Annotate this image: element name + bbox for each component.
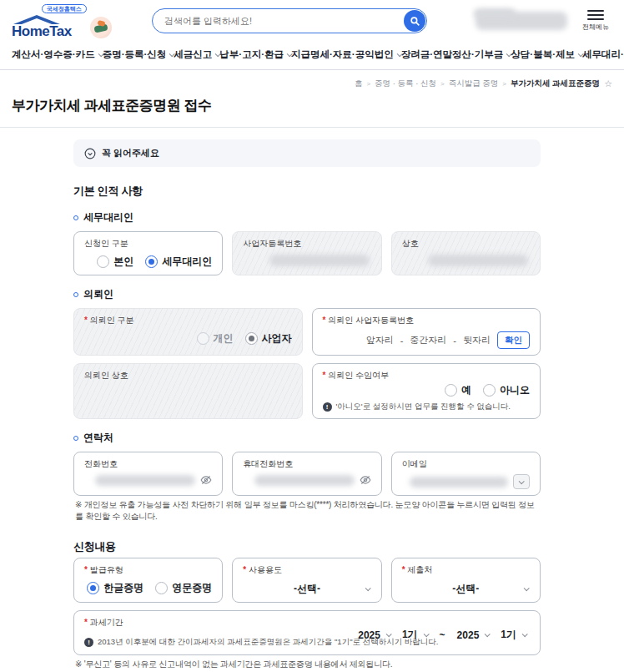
radio-business: 사업자 (245, 331, 292, 346)
email-masked-value (410, 477, 508, 488)
applicant-type-box: 신청인 구분 본인 세무대리인 (73, 231, 223, 275)
search-icon (410, 16, 420, 27)
bizno-front-input[interactable]: 앞자리 (366, 334, 394, 346)
radio-individual: 개인 (197, 331, 234, 346)
client-accept-label: 의뢰인 수임여부 (323, 370, 531, 381)
must-read-label: 꼭 읽어주세요 (102, 147, 159, 159)
tax-period-box: 과세기간 2025 1기 ~ 2025 1기 ! 2013년 이후분에 대한 간… (73, 610, 541, 655)
submit-to-select[interactable]: -선택- (402, 582, 530, 596)
agent-name-masked-value (428, 255, 528, 266)
main-nav: 계산서·영수증·카드 증명·등록·신청 세금신고 납부·고지·환급 지급명세·자… (0, 42, 624, 70)
accept-info-text: '아니오'로 설정하시면 업무를 진행할 수 없습니다. (336, 402, 511, 412)
bullet-icon (73, 292, 78, 297)
radio-english-cert[interactable]: 영문증명 (155, 581, 212, 595)
subsection-contact: 연락처 (73, 431, 541, 445)
email-box: 이메일 (391, 452, 541, 496)
radio-tax-agent[interactable]: 세무대리인 (145, 255, 212, 269)
phone-masked-value (95, 475, 195, 486)
chevron-down-icon (524, 585, 530, 591)
breadcrumb-current: 부가가치세 과세표준증명 (511, 78, 600, 89)
form-content: 꼭 읽어주세요 기본 인적 사항 세무대리인 신청인 구분 본인 세무대리인 사… (73, 139, 541, 672)
breadcrumb-instant-issue[interactable]: 즉시발급 증명 (449, 78, 499, 89)
agent-bizno-masked-value (269, 255, 370, 266)
radio-icon (483, 384, 496, 397)
agent-name-label: 상호 (402, 238, 530, 250)
search-input[interactable] (152, 8, 427, 33)
chevron-down-icon (522, 631, 528, 637)
period-tilde: ~ (440, 629, 445, 641)
submit-to-box: 제출처 -선택- (391, 558, 541, 603)
nav-item-payment[interactable]: 납부·고지·환급 (219, 48, 291, 61)
search-bar (152, 8, 427, 33)
tax-period-info-text: 2013년 이후분에 대한 간이과세자의 과세표준증명원은 과세기간을 "1기"… (98, 637, 438, 648)
phone-eye-toggle[interactable] (200, 474, 212, 486)
nav-item-statements[interactable]: 지급명세·자료·공익법인 (291, 48, 401, 61)
all-menu-label: 전체메뉴 (582, 23, 609, 32)
favorite-star-icon[interactable]: ☆ (604, 78, 612, 89)
bizno-middle-input[interactable]: 중간자리 (410, 334, 446, 346)
breadcrumb-certificates[interactable]: 증명 · 등록 · 신청 (375, 78, 436, 89)
title-row: 부가가치세 과세표준증명원 접수 (0, 91, 624, 128)
roof-icon (12, 14, 77, 24)
radio-icon (155, 582, 168, 594)
period-to-term-select[interactable]: 1기 (501, 628, 526, 642)
no-report-note: ※ '무신고' 등의 사유로 신고내역이 없는 과세기간은 과세표준증명 내용에… (75, 659, 541, 670)
logo-text: HomeTax (12, 24, 72, 38)
email-domain-select[interactable] (513, 474, 530, 489)
breadcrumb-home[interactable]: 홈 (355, 78, 363, 89)
nav-item-consultation[interactable]: 상담·불복·제보 (511, 48, 582, 61)
nav-item-invoice[interactable]: 계산서·영수증·카드 (12, 48, 103, 61)
mascot-icon (90, 17, 112, 38)
bizno-confirm-button[interactable]: 확인 (497, 331, 530, 349)
circle-chevron-icon (84, 148, 96, 159)
chevron-down-icon (485, 631, 491, 637)
usage-box: 사용용도 -선택- (232, 558, 381, 603)
hometax-logo[interactable]: 국세청홈택스 HomeTax (12, 4, 112, 38)
breadcrumb: 홈 > 증명 · 등록 · 신청 > 즉시발급 증명 > 부가가치세 과세표준증… (0, 70, 624, 91)
nav-item-incentives[interactable]: 장려금·연말정산·기부금 (401, 48, 511, 61)
issue-type-box: 발급유형 한글증명 영문증명 (73, 558, 223, 603)
client-bizno-box: 의뢰인 사업자등록번호 앞자리 - 중간자리 - 뒷자리 확인 (312, 308, 541, 356)
usage-select[interactable]: -선택- (243, 582, 370, 596)
mobile-label: 휴대전화번호 (243, 458, 370, 470)
hamburger-icon (587, 10, 604, 20)
nav-item-certificates[interactable]: 증명·등록·신청 (103, 48, 174, 61)
subsection-client: 의뢰인 (73, 287, 541, 301)
all-menu-button[interactable]: 전체메뉴 (582, 10, 612, 32)
client-bizno-label: 의뢰인 사업자등록번호 (323, 315, 531, 326)
chevron-down-icon (365, 585, 370, 591)
eye-slash-icon (360, 474, 371, 486)
radio-korean-cert[interactable]: 한글증명 (87, 581, 143, 595)
radio-icon (445, 384, 457, 397)
mobile-masked-value (254, 475, 355, 486)
client-accept-box: 의뢰인 수임여부 예 아니오 ! '아니오'로 설정하시면 업무를 진행할 수 … (312, 363, 541, 419)
mobile-eye-toggle[interactable] (360, 474, 371, 486)
radio-selected-disabled-icon (245, 332, 258, 345)
info-icon: ! (323, 402, 332, 412)
section-application: 신청내용 (73, 539, 541, 554)
section-basic-info: 기본 인적 사항 (73, 184, 541, 199)
agent-bizno-box: 사업자등록번호 (232, 231, 381, 275)
radio-selected-icon (87, 582, 99, 594)
client-name-box: 의뢰인 상호 (73, 363, 303, 419)
client-type-box: 의뢰인 구분 개인 사업자 (73, 308, 303, 356)
applicant-type-label: 신청인 구분 (84, 238, 212, 250)
usage-label: 사용용도 (243, 564, 370, 576)
period-to-year-select[interactable]: 2025 (457, 629, 490, 641)
logo-badge: 국세청홈택스 (42, 4, 87, 13)
radio-icon (97, 255, 109, 268)
eye-slash-icon (200, 474, 212, 486)
radio-accept-no[interactable]: 아니오 (483, 383, 530, 397)
nav-item-tax-report[interactable]: 세금신고 (174, 48, 219, 61)
email-label: 이메일 (402, 458, 530, 470)
search-button[interactable] (404, 10, 425, 32)
nav-item-tax-agent[interactable]: 세무대리·납세관리 (582, 48, 624, 61)
info-icon: ! (84, 638, 93, 647)
phone-label: 전화번호 (84, 458, 212, 470)
radio-self[interactable]: 본인 (97, 255, 133, 269)
page-title: 부가가치세 과세표준증명원 접수 (12, 96, 612, 115)
bizno-back-input[interactable]: 뒷자리 (463, 334, 491, 346)
radio-disabled-icon (197, 332, 209, 345)
must-read-accordion[interactable]: 꼭 읽어주세요 (73, 139, 541, 167)
radio-accept-yes[interactable]: 예 (445, 383, 471, 397)
